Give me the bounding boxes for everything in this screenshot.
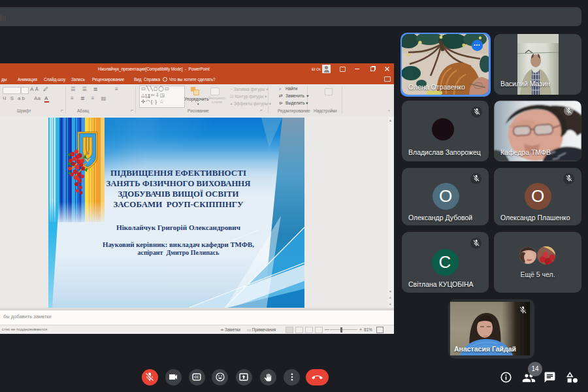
svg-text:Ніколайчук Григорій Олександро: Ніколайчук Григорій Олександрович (116, 224, 240, 231)
svg-text:аспірант Дмитро Пелипась: аспірант Дмитро Пелипась (138, 249, 220, 256)
svg-text:Науковий керівник: викладач ка: Науковий керівник: викладач кафедри ТМФВ… (103, 241, 254, 248)
svg-text:ПІДВИЩЕННЯ ЕФЕКТИВНОСТІ: ПІДВИЩЕННЯ ЕФЕКТИВНОСТІ (110, 169, 246, 178)
svg-text:ЗАНЯТЬ ФІЗИЧНОГО ВИХОВАННЯ: ЗАНЯТЬ ФІЗИЧНОГО ВИХОВАННЯ (106, 179, 252, 188)
svg-text:ЗАСОБАМИ РОУП-СКІППІНГУ: ЗАСОБАМИ РОУП-СКІППІНГУ (114, 200, 244, 209)
svg-text:CC: CC (194, 375, 199, 379)
svg-text:ЗДОБУВАЧІВ ВИЩОЇ ОСВІТИ: ЗДОБУВАЧІВ ВИЩОЇ ОСВІТИ (118, 189, 239, 199)
